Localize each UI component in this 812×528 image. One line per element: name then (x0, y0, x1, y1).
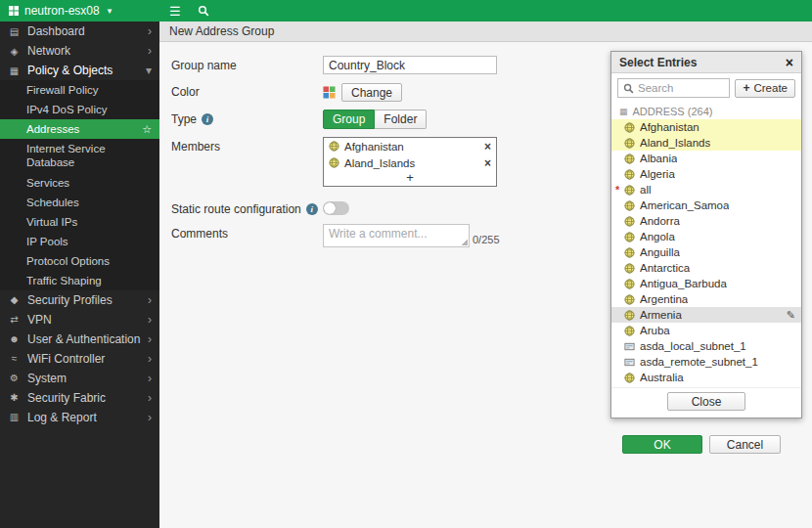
chevron-down-icon: ▾ (146, 64, 152, 77)
address-entry[interactable]: Andorra (611, 213, 801, 229)
address-entry[interactable]: Afghanistan (611, 119, 801, 135)
info-icon[interactable]: i (306, 203, 318, 215)
globe-icon (624, 138, 635, 149)
address-entry[interactable]: Austria (611, 385, 801, 387)
globe-icon (624, 232, 635, 242)
search-icon[interactable] (198, 5, 209, 17)
entry-search-input[interactable] (638, 82, 724, 94)
resize-handle[interactable] (461, 239, 468, 245)
address-entry[interactable]: Argentina (611, 291, 801, 307)
hostname-menu[interactable]: neutron-esx08 ▾ (0, 0, 159, 22)
security-fabric-icon: ✱ (8, 392, 21, 403)
sidebar-item-user-authentication[interactable]: ☻ User & Authentication › (0, 330, 159, 349)
sidebar: ▤ Dashboard › ◈ Network › ▦ Policy & Obj… (0, 22, 159, 528)
search-icon (623, 83, 634, 94)
address-entry[interactable]: Albania (611, 151, 801, 166)
address-entry[interactable]: Anguilla (611, 244, 801, 260)
member-name: Afghanistan (344, 141, 479, 153)
favorite-star-icon[interactable]: ☆ (142, 123, 152, 136)
sidebar-item-log-report[interactable]: ▥ Log & Report › (0, 408, 159, 427)
type-group-button[interactable]: Group (323, 110, 375, 129)
globe-icon (624, 294, 635, 305)
sidebar-item-label: User & Authentication (27, 332, 141, 346)
cancel-button[interactable]: Cancel (709, 435, 781, 454)
close-icon[interactable]: × (786, 56, 793, 69)
address-entry[interactable]: Armenia ✎ (611, 307, 801, 323)
fortinet-logo-icon (9, 6, 19, 16)
group-name-input[interactable] (323, 56, 497, 74)
sidebar-item-label: Firewall Policy (26, 84, 152, 96)
sidebar-item-schedules[interactable]: Schedules (0, 193, 159, 212)
sidebar-item-security-profiles[interactable]: ◆ Security Profiles › (0, 290, 159, 310)
comments-control: 0/255 (323, 224, 500, 247)
members-box[interactable]: Afghanistan × Aland_Islands × + (323, 137, 497, 187)
address-entry[interactable]: American_Samoa (611, 198, 801, 213)
sidebar-item-label: Schedules (26, 197, 152, 208)
toggle-knob (324, 202, 336, 214)
sidebar-item-label: IP Pools (26, 236, 152, 247)
address-entry[interactable]: asda_remote_subnet_1 (611, 354, 801, 370)
sidebar-item-internet-service-database[interactable]: Internet Service Database (0, 139, 159, 173)
sidebar-item-wifi-controller[interactable]: ≈ WiFi Controller › (0, 349, 159, 369)
sidebar-item-label: Policy & Objects (27, 64, 139, 77)
sidebar-item-protocol-options[interactable]: Protocol Options (0, 251, 159, 271)
sidebar-item-system[interactable]: ⚙ System › (0, 369, 159, 388)
sidebar-item-label: WiFi Controller (27, 352, 141, 366)
form-actions: OK Cancel (622, 435, 781, 454)
sidebar-item-ipv4-dos-policy[interactable]: IPv4 DoS Policy (0, 100, 159, 119)
panel-close-button[interactable]: Close (667, 392, 745, 411)
remove-member-icon[interactable]: × (484, 141, 491, 153)
type-folder-button[interactable]: Folder (375, 110, 427, 129)
menu-icon[interactable]: ☰ (169, 4, 181, 19)
sidebar-item-ip-pools[interactable]: IP Pools (0, 232, 159, 251)
create-button[interactable]: + Create (735, 79, 795, 98)
edit-pencil-icon[interactable]: ✎ (787, 309, 795, 322)
address-entry[interactable]: Angola (611, 229, 801, 244)
sidebar-item-network[interactable]: ◈ Network › (0, 41, 159, 61)
address-entry-label: Aland_Islands (640, 137, 710, 149)
globe-icon (624, 200, 635, 211)
sidebar-item-dashboard[interactable]: ▤ Dashboard › (0, 22, 159, 41)
globe-icon (624, 279, 635, 289)
member-item[interactable]: Aland_Islands × (324, 154, 496, 171)
ok-button[interactable]: OK (622, 435, 702, 454)
address-entry[interactable]: Aruba (611, 323, 801, 338)
address-entry-label: Antigua_Barbuda (640, 278, 727, 289)
address-entry[interactable]: Algeria (611, 166, 801, 182)
sidebar-item-firewall-policy[interactable]: Firewall Policy (0, 80, 159, 100)
address-entry[interactable]: Antarctica (611, 260, 801, 276)
sidebar-item-virtual-ips[interactable]: Virtual IPs (0, 212, 159, 232)
members-label: Members (171, 140, 220, 154)
comments-textarea[interactable] (323, 224, 470, 247)
sidebar-item-policy-objects[interactable]: ▦ Policy & Objects ▾ (0, 61, 159, 80)
sidebar-item-addresses[interactable]: Addresses ☆ (0, 119, 159, 139)
globe-icon (624, 216, 635, 227)
color-change-button[interactable]: Change (341, 83, 402, 102)
member-name: Aland_Islands (344, 157, 479, 169)
sidebar-item-security-fabric[interactable]: ✱ Security Fabric › (0, 388, 159, 408)
sidebar-item-traffic-shaping[interactable]: Traffic Shaping (0, 271, 159, 290)
info-icon[interactable]: i (202, 113, 213, 125)
address-section-header[interactable]: ▦ ADDRESS (264) (611, 102, 801, 119)
sidebar-item-label: Internet Service Database (26, 142, 152, 170)
wifi-icon: ≈ (8, 353, 21, 364)
address-entry[interactable]: Aland_Islands (611, 135, 801, 151)
address-entry[interactable]: * all (611, 182, 801, 198)
color-control: Change (323, 82, 402, 102)
remove-member-icon[interactable]: × (484, 157, 491, 169)
member-item[interactable]: Afghanistan × (324, 138, 496, 154)
address-entry[interactable]: Australia (611, 370, 801, 385)
panel-close-label: Close (692, 395, 722, 409)
sidebar-item-label: Services (26, 177, 152, 189)
gear-icon: ⚙ (8, 373, 21, 383)
chevron-right-icon: › (148, 391, 152, 405)
address-entry[interactable]: asda_local_subnet_1 (611, 338, 801, 354)
sidebar-item-vpn[interactable]: ⇄ VPN › (0, 310, 159, 330)
address-entry-label: Afghanistan (640, 121, 699, 133)
sidebar-item-label: Traffic Shaping (26, 275, 152, 286)
add-member-button[interactable]: + (324, 171, 496, 186)
sidebar-item-services[interactable]: Services (0, 173, 159, 193)
address-entry[interactable]: Antigua_Barbuda (611, 276, 801, 291)
static-route-toggle[interactable] (323, 201, 349, 215)
entries-list[interactable]: Afghanistan Aland_Islands Albania Algeri… (611, 119, 801, 387)
